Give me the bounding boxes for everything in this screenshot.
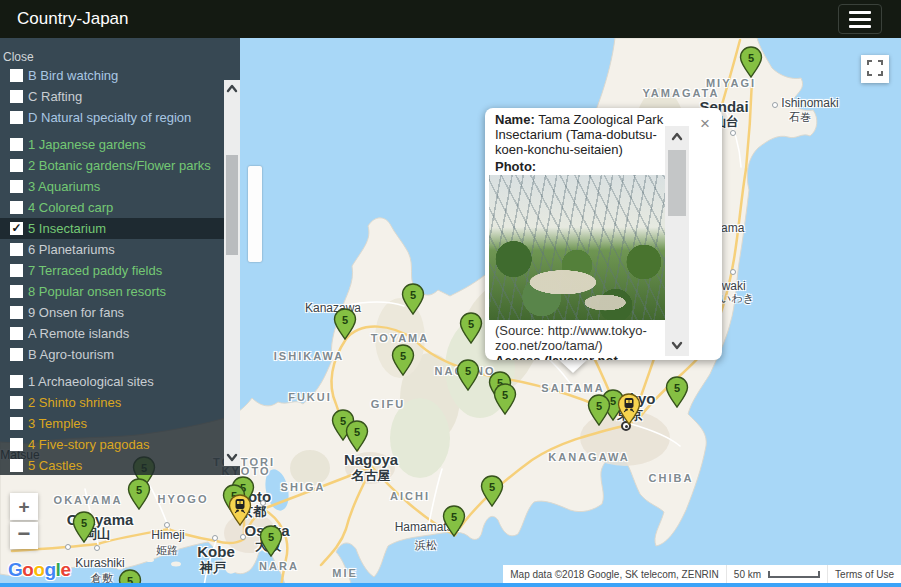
insectarium-marker[interactable]: 5 (127, 478, 151, 510)
sidebar-item[interactable]: 3 Temples (0, 413, 224, 434)
insectarium-marker[interactable]: 5 (493, 383, 517, 415)
sidebar-item[interactable]: B Agro-tourism (0, 344, 224, 365)
checkbox[interactable] (10, 180, 23, 193)
sidebar-item[interactable]: C Rafting (0, 86, 224, 107)
checkbox[interactable] (10, 438, 23, 451)
hamburger-menu-icon[interactable] (838, 4, 882, 34)
insectarium-marker[interactable]: 5 (345, 420, 369, 452)
insectarium-marker[interactable]: 5 (259, 525, 283, 557)
attribution-text: Map data ©2018 Google, SK telecom, ZENRI… (503, 565, 726, 584)
scroll-up-icon[interactable] (670, 130, 684, 144)
sidebar-item-label: A Remote islands (28, 326, 129, 341)
sidebar-item-label: 5 Castles (28, 458, 82, 473)
map-label: NARA (259, 560, 299, 572)
sidebar-close-link[interactable]: Close (3, 50, 34, 64)
terms-of-use-link[interactable]: Terms of Use (827, 565, 901, 584)
sidebar-scroll-thumb[interactable] (226, 155, 238, 255)
map-canvas[interactable]: YAMAGATAMIYAGITOYAMAISHIKAWAFUKUIGIFUNAG… (0, 38, 901, 587)
svg-text:5: 5 (596, 400, 602, 412)
map-label: AICHI (390, 490, 430, 502)
insectarium-marker[interactable]: 5 (391, 344, 415, 376)
insectarium-marker[interactable]: 5 (739, 46, 763, 78)
sidebar-item-label: 2 Shinto shrines (28, 395, 121, 410)
sidebar-item[interactable]: 7 Terraced paddy fields (0, 260, 224, 281)
sidebar-item[interactable]: 2 Botanic gardens/Flower parks (0, 155, 224, 176)
sidebar-item[interactable]: 8 Popular onsen resorts (0, 281, 224, 302)
floating-scroll-thumb[interactable] (248, 166, 262, 262)
checkbox[interactable] (10, 138, 23, 151)
insectarium-marker[interactable]: 5 (587, 394, 611, 426)
sidebar-item[interactable]: B Bird watching (0, 65, 224, 86)
scale-label: 50 km (734, 569, 761, 580)
sidebar-scrollbar[interactable] (224, 80, 240, 466)
checkbox[interactable] (10, 375, 23, 388)
info-window-scrollbar[interactable] (665, 126, 689, 356)
insectarium-marker[interactable]: 5 (459, 312, 483, 344)
google-logo-letter: e (60, 559, 70, 580)
sidebar-panel: Close B Bird watchingC RaftingD Natural … (0, 38, 240, 475)
insectarium-marker[interactable]: 5 (72, 511, 96, 543)
svg-text:5: 5 (489, 481, 495, 493)
svg-text:5: 5 (748, 52, 754, 64)
city-dot (772, 102, 778, 108)
map-label: Himeji (151, 528, 184, 542)
sidebar-item[interactable]: 2 Shinto shrines (0, 392, 224, 413)
checkbox[interactable] (10, 69, 23, 82)
insectarium-photo (489, 175, 665, 320)
sidebar-item[interactable]: 5 Castles (0, 455, 224, 476)
city-dot (94, 545, 100, 551)
insectarium-marker[interactable]: 5 (401, 283, 425, 315)
sidebar-item[interactable]: 1 Archaeological sites (0, 371, 224, 392)
svg-text:5: 5 (400, 350, 406, 362)
svg-text:5: 5 (268, 531, 274, 543)
sidebar-item[interactable]: 1 Japanese gardens (0, 134, 224, 155)
checkbox[interactable] (10, 159, 23, 172)
info-scroll-thumb[interactable] (668, 150, 686, 216)
insectarium-marker[interactable]: 5 (665, 376, 689, 408)
sidebar-item[interactable]: 6 Planetariums (0, 239, 224, 260)
fullscreen-button[interactable] (861, 55, 889, 83)
sidebar-item-label: D Natural specialty of region (28, 110, 191, 125)
train-station-marker[interactable] (617, 393, 641, 425)
map-label: GIFU (371, 398, 405, 410)
insectarium-marker[interactable]: 5 (480, 475, 504, 507)
scroll-down-icon[interactable] (670, 338, 684, 352)
sidebar-item-label: 7 Terraced paddy fields (28, 263, 162, 278)
sidebar-item[interactable]: A Remote islands (0, 323, 224, 344)
zoom-out-button[interactable]: − (10, 522, 38, 549)
checkbox[interactable] (10, 348, 23, 361)
checkbox[interactable] (10, 396, 23, 409)
checkbox[interactable] (10, 264, 23, 277)
checkbox[interactable] (10, 243, 23, 256)
sidebar-item[interactable]: 9 Onsen for fans (0, 302, 224, 323)
google-logo[interactable]: Google (8, 559, 70, 581)
sidebar-item[interactable]: 4 Colored carp (0, 197, 224, 218)
map-focus-strip (0, 583, 901, 587)
scroll-up-icon[interactable] (225, 82, 239, 96)
checkbox[interactable] (10, 306, 23, 319)
zoom-in-button[interactable]: + (10, 493, 38, 520)
checkbox-checked[interactable]: ✓ (10, 222, 23, 235)
checkbox[interactable] (10, 201, 23, 214)
scroll-down-icon[interactable] (225, 450, 239, 464)
insectarium-marker[interactable]: 5 (442, 505, 466, 537)
checkbox[interactable] (10, 459, 23, 472)
insectarium-marker[interactable]: 5 (456, 359, 480, 391)
insectarium-marker[interactable]: 5 (333, 308, 357, 340)
sidebar-item-label: 6 Planetariums (28, 242, 115, 257)
checkbox[interactable] (10, 111, 23, 124)
sidebar-item[interactable]: D Natural specialty of region (0, 107, 224, 128)
checkbox[interactable] (10, 90, 23, 103)
city-dot (65, 544, 71, 550)
sidebar-item[interactable]: ✓5 Insectarium (0, 218, 224, 239)
sidebar-item-label: 9 Onsen for fans (28, 305, 124, 320)
train-station-marker[interactable] (228, 494, 252, 526)
map-label: ISHIKAWA (274, 350, 344, 362)
sidebar-item[interactable]: 3 Aquariums (0, 176, 224, 197)
close-icon[interactable]: × (697, 116, 713, 132)
checkbox[interactable] (10, 417, 23, 430)
checkbox[interactable] (10, 285, 23, 298)
sidebar-item[interactable]: 4 Five-story pagodas (0, 434, 224, 455)
checkbox[interactable] (10, 327, 23, 340)
city-dot (260, 500, 266, 506)
